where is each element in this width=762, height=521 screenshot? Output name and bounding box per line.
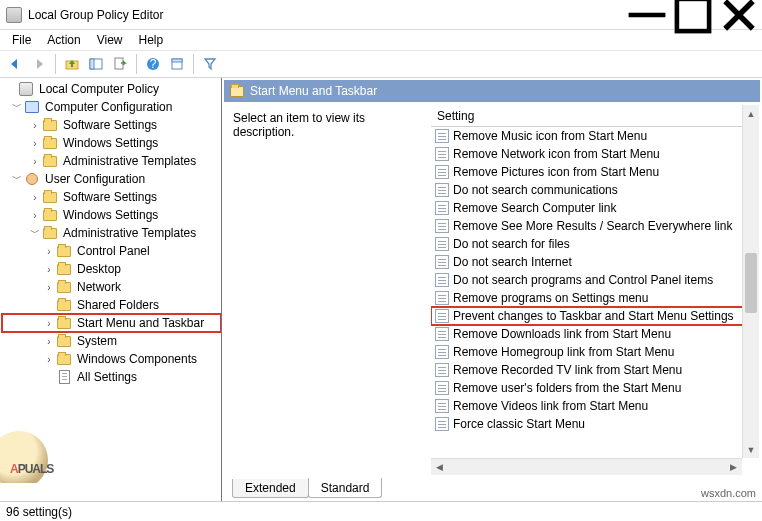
policy-item-icon: [435, 291, 449, 305]
maximize-button[interactable]: [670, 0, 716, 30]
setting-row[interactable]: Do not search communications: [431, 181, 759, 199]
chevron-right-icon[interactable]: ›: [42, 246, 56, 257]
tree-root[interactable]: Local Computer Policy: [2, 80, 221, 98]
chevron-right-icon[interactable]: ›: [42, 318, 56, 329]
scroll-right-icon[interactable]: ▶: [725, 459, 742, 475]
setting-row[interactable]: Prevent changes to Taskbar and Start Men…: [431, 307, 759, 325]
setting-label: Remove Downloads link from Start Menu: [453, 327, 671, 341]
export-list-button[interactable]: [109, 53, 131, 75]
folder-icon: [43, 120, 57, 131]
setting-row[interactable]: Remove Recorded TV link from Start Menu: [431, 361, 759, 379]
close-button[interactable]: [716, 0, 762, 30]
minimize-button[interactable]: [624, 0, 670, 30]
scrollbar-thumb[interactable]: [745, 253, 757, 313]
scroll-down-icon[interactable]: ▼: [743, 441, 759, 458]
setting-row[interactable]: Remove Downloads link from Start Menu: [431, 325, 759, 343]
help-button[interactable]: ?: [142, 53, 164, 75]
setting-row[interactable]: Do not search programs and Control Panel…: [431, 271, 759, 289]
up-folder-button[interactable]: [61, 53, 83, 75]
menu-help[interactable]: Help: [131, 31, 172, 49]
scroll-left-icon[interactable]: ◀: [431, 459, 448, 475]
setting-row[interactable]: Force classic Start Menu: [431, 415, 759, 433]
setting-row[interactable]: Do not search for files: [431, 235, 759, 253]
chevron-right-icon[interactable]: ›: [28, 156, 42, 167]
tree-network[interactable]: ›Network: [2, 278, 221, 296]
policy-item-icon: [435, 399, 449, 413]
policy-item-icon: [435, 309, 449, 323]
titlebar: Local Group Policy Editor: [0, 0, 762, 30]
tree-all-settings[interactable]: All Settings: [2, 368, 221, 386]
chevron-right-icon[interactable]: ›: [28, 138, 42, 149]
tree-u-windows[interactable]: ›Windows Settings: [2, 206, 221, 224]
chevron-right-icon[interactable]: ›: [28, 192, 42, 203]
window-title: Local Group Policy Editor: [28, 8, 624, 22]
setting-label: Do not search Internet: [453, 255, 572, 269]
menu-action[interactable]: Action: [39, 31, 88, 49]
tab-extended[interactable]: Extended: [232, 479, 309, 498]
chevron-right-icon[interactable]: ›: [42, 354, 56, 365]
watermark: APUALS: [0, 413, 120, 483]
menu-view[interactable]: View: [89, 31, 131, 49]
setting-label: Remove user's folders from the Start Men…: [453, 381, 681, 395]
policy-item-icon: [435, 129, 449, 143]
folder-icon: [43, 192, 57, 203]
tree-u-software[interactable]: ›Software Settings: [2, 188, 221, 206]
tree-c-admin[interactable]: ›Administrative Templates: [2, 152, 221, 170]
chevron-right-icon[interactable]: ›: [28, 210, 42, 221]
scroll-up-icon[interactable]: ▲: [743, 105, 759, 122]
tree-start-menu-taskbar[interactable]: ›Start Menu and Taskbar: [2, 314, 221, 332]
tree-control-panel[interactable]: ›Control Panel: [2, 242, 221, 260]
setting-row[interactable]: Remove user's folders from the Start Men…: [431, 379, 759, 397]
app-icon: [6, 7, 22, 23]
view-tabs: Extended Standard: [224, 478, 760, 499]
tree-c-software[interactable]: ›Software Settings: [2, 116, 221, 134]
tree-user-config[interactable]: ﹀User Configuration: [2, 170, 221, 188]
setting-row[interactable]: Remove Search Computer link: [431, 199, 759, 217]
chevron-down-icon[interactable]: ﹀: [10, 100, 24, 114]
setting-row[interactable]: Remove Network icon from Start Menu: [431, 145, 759, 163]
chevron-right-icon[interactable]: ›: [42, 282, 56, 293]
policy-item-icon: [435, 237, 449, 251]
list-column-header[interactable]: Setting: [431, 105, 759, 127]
horizontal-scrollbar[interactable]: ◀ ▶: [431, 458, 742, 475]
description-column: Select an item to view its description.: [225, 105, 430, 475]
setting-label: Remove programs on Settings menu: [453, 291, 648, 305]
tree-c-windows[interactable]: ›Windows Settings: [2, 134, 221, 152]
tree-u-admin[interactable]: ﹀Administrative Templates: [2, 224, 221, 242]
chevron-right-icon[interactable]: ›: [42, 264, 56, 275]
show-hide-tree-button[interactable]: [85, 53, 107, 75]
setting-row[interactable]: Remove Homegroup link from Start Menu: [431, 343, 759, 361]
filter-button[interactable]: [199, 53, 221, 75]
chevron-right-icon[interactable]: ›: [28, 120, 42, 131]
tree-system[interactable]: ›System: [2, 332, 221, 350]
chevron-down-icon[interactable]: ﹀: [10, 172, 24, 186]
vertical-scrollbar[interactable]: ▲ ▼: [742, 105, 759, 458]
policy-item-icon: [435, 381, 449, 395]
setting-row[interactable]: Do not search Internet: [431, 253, 759, 271]
setting-row[interactable]: Remove Videos link from Start Menu: [431, 397, 759, 415]
folder-icon: [57, 282, 71, 293]
tab-standard[interactable]: Standard: [308, 478, 383, 498]
chevron-right-icon[interactable]: ›: [42, 336, 56, 347]
setting-row[interactable]: Remove Music icon from Start Menu: [431, 127, 759, 145]
setting-label: Remove Pictures icon from Start Menu: [453, 165, 659, 179]
setting-label: Remove Network icon from Start Menu: [453, 147, 660, 161]
toolbar-separator: [55, 54, 56, 74]
properties-button[interactable]: [166, 53, 188, 75]
setting-row[interactable]: Remove programs on Settings menu: [431, 289, 759, 307]
policy-item-icon: [435, 345, 449, 359]
tree-shared-folders[interactable]: Shared Folders: [2, 296, 221, 314]
setting-row[interactable]: Remove See More Results / Search Everywh…: [431, 217, 759, 235]
chevron-down-icon[interactable]: ﹀: [28, 226, 42, 240]
tree-windows-components[interactable]: ›Windows Components: [2, 350, 221, 368]
setting-label: Do not search communications: [453, 183, 618, 197]
back-button[interactable]: [4, 53, 26, 75]
forward-button[interactable]: [28, 53, 50, 75]
setting-row[interactable]: Remove Pictures icon from Start Menu: [431, 163, 759, 181]
svg-text:?: ?: [150, 57, 157, 71]
tree-computer-config[interactable]: ﹀Computer Configuration: [2, 98, 221, 116]
tree-desktop[interactable]: ›Desktop: [2, 260, 221, 278]
tree-pane: Local Computer Policy ﹀Computer Configur…: [0, 78, 222, 501]
menu-file[interactable]: File: [4, 31, 39, 49]
folder-icon: [57, 264, 71, 275]
